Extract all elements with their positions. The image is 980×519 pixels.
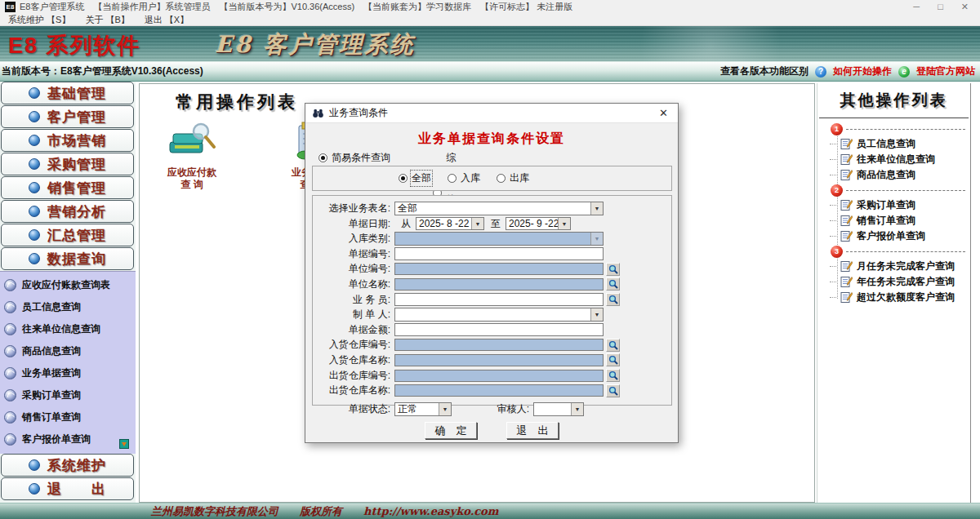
submenu-employee-info-query[interactable]: 员工信息查询 [0,296,136,318]
field-label-in-warehouse-name: 入货仓库名称: [313,353,394,367]
right-item-partner-info-query[interactable]: 往来单位信息查询 [829,152,970,167]
notepad-pen-icon [840,230,853,242]
submenu-receivable-payable-query[interactable]: 应收应付账款查询表 [0,274,136,296]
other-operations-panel: 其他操作列表 1 员工信息查询 往来单位信息查询 商品信息查询 2 采购订单查询… [817,83,971,503]
out-warehouse-code-lookup-button[interactable] [606,369,620,382]
in-warehouse-name-lookup-button[interactable] [606,353,620,366]
right-item-product-info-query[interactable]: 商品信息查询 [829,167,970,183]
magnifier-icon [608,355,618,365]
menu-about[interactable]: 关于 【B】 [85,14,129,26]
maker-select[interactable]: ▼ [394,308,604,322]
app-banner-title: E8 客户管理系统 [215,29,416,60]
out-warehouse-name-lookup-button[interactable] [606,384,620,397]
sidebar-item-sales-mgmt[interactable]: 销售管理 [1,176,134,199]
submenu-customer-quote-query[interactable]: 客户报价单查询 [0,428,136,450]
in-warehouse-name-input[interactable] [394,354,604,366]
chevron-down-icon[interactable]: ▼ [571,403,583,415]
magnifier-icon [608,264,618,274]
compare-versions-link[interactable]: 查看各版本功能区别 [720,64,808,78]
chevron-down-icon[interactable]: ▼ [590,308,603,321]
dialog-close-icon[interactable]: ✕ [656,107,671,119]
in-warehouse-code-lookup-button[interactable] [606,339,620,352]
sidebar-item-basic-mgmt[interactable]: 基础管理 [1,82,134,104]
date-from-select[interactable]: 2025- 8 -22▼ [416,217,484,230]
dialog-titlebar[interactable]: 业务查询条件 ✕ [305,104,678,123]
business-table-select[interactable]: 全部▼ [394,202,604,215]
chevron-down-icon[interactable]: ▼ [439,403,451,415]
sidebar-item-marketing[interactable]: 市场营销 [1,129,134,152]
doc-status-select[interactable]: 正常▼ [394,402,452,416]
submenu-product-info-query[interactable]: 商品信息查询 [0,340,136,362]
sidebar-item-system-maintain[interactable]: 系统维护 [1,454,134,477]
unit-name-input[interactable] [394,278,604,291]
radio-scope-inbound[interactable]: 入库 [448,171,480,185]
unit-code-input[interactable] [394,263,604,275]
sphere-icon [29,253,40,264]
date-to-select[interactable]: 2025- 9 -22▼ [506,217,571,230]
exit-button[interactable]: 退 出 [506,422,559,439]
salesman-lookup-button[interactable] [606,293,620,306]
sphere-icon [29,483,40,495]
magnifier-icon [608,386,618,396]
out-warehouse-code-input[interactable] [394,370,604,382]
how-to-start-link[interactable]: 如何开始操作 [833,64,892,78]
shortcut-label: 查 询 [153,179,231,191]
website-icon[interactable]: e [898,66,910,78]
right-item-customer-quote-query[interactable]: 客户报价单查询 [829,228,970,244]
right-item-sales-order-query[interactable]: 销售订单查询 [829,213,970,228]
dialog-heading: 业务单据查询条件设置 [305,131,678,148]
date-to-word: 至 [484,217,506,231]
orb-icon [4,389,16,401]
field-label-inbound-type: 入库类别: [313,232,394,246]
right-item-purchase-order-query[interactable]: 采购订单查询 [829,197,970,213]
out-warehouse-name-input[interactable] [394,384,604,397]
right-item-month-task-unfinished-query[interactable]: 月任务未完成客户查询 [829,259,970,274]
right-item-year-task-unfinished-query[interactable]: 年任务未完成客户查询 [829,274,970,290]
scroll-more-indicator[interactable] [119,439,129,449]
doc-no-input[interactable] [394,247,604,260]
submenu-partner-info-query[interactable]: 往来单位信息查询 [0,318,136,340]
amount-input[interactable] [394,323,604,336]
dash-line [846,190,965,191]
field-label-amount: 单据金额: [313,323,394,337]
field-label-table: 选择业务表名: [313,202,394,215]
in-warehouse-code-input[interactable] [394,339,604,351]
chevron-down-icon[interactable]: ▼ [590,202,603,215]
radio-simple-query[interactable]: 简易条件查询 [318,151,390,165]
binoculars-icon [312,109,324,118]
sidebar-item-exit[interactable]: 退 出 [1,477,134,500]
shortcut-receivable-payable-query[interactable]: 应收应付款 查 询 [153,121,231,191]
submenu-purchase-order-query[interactable]: 采购订单查询 [0,384,136,406]
business-query-dialog: 业务查询条件 ✕ 业务单据查询条件设置 简易条件查询 综合条件查询 全部 入库 … [305,103,679,443]
chevron-down-icon: ▼ [590,233,603,245]
menu-system-maintain[interactable]: 系统维护 【S】 [8,14,70,26]
menu-exit[interactable]: 退出 【X】 [145,14,189,26]
chevron-down-icon[interactable]: ▼ [558,218,570,229]
sidebar-item-summary-mgmt[interactable]: 汇总管理 [1,224,134,246]
sidebar-item-purchase-mgmt[interactable]: 采购管理 [1,153,134,175]
auditor-select[interactable]: ▼ [533,402,584,416]
maximize-button[interactable]: □ [938,2,943,12]
official-site-link[interactable]: 登陆官方网站 [916,64,975,78]
right-item-employee-info-query[interactable]: 员工信息查询 [829,136,970,152]
sidebar-item-data-query[interactable]: 数据查询 [1,247,134,270]
unit-code-lookup-button[interactable] [606,263,620,276]
notepad-pen-icon [840,138,853,150]
submenu-sales-order-query[interactable]: 销售订单查询 [0,406,136,428]
radio-scope-all[interactable]: 全部 [399,171,431,185]
sidebar-item-marketing-analysis[interactable]: 营销分析 [1,200,134,223]
submenu-business-doc-query[interactable]: 业务单据查询 [0,362,136,384]
right-item-over-credit-customer-query[interactable]: 超过欠款额度客户查询 [829,290,970,305]
help-icon[interactable]: ? [815,66,826,78]
date-from-word: 从 [394,217,416,231]
sidebar-item-customer-mgmt[interactable]: 客户管理 [1,105,134,128]
radio-scope-outbound[interactable]: 出库 [497,171,529,185]
tree-group-1: 1 [829,122,970,136]
sphere-icon [29,459,40,471]
close-button[interactable]: ✕ [961,2,969,12]
minimize-button[interactable]: ─ [913,2,920,12]
ok-button[interactable]: 确 定 [425,422,477,439]
unit-name-lookup-button[interactable] [606,277,620,291]
chevron-down-icon[interactable]: ▼ [471,218,483,229]
salesman-input[interactable] [394,293,604,306]
